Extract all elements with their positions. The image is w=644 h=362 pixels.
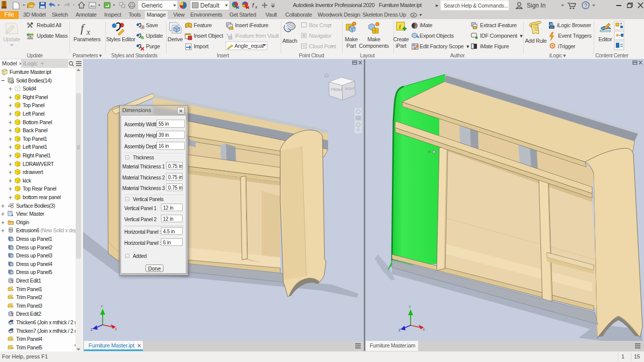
- svg-text:RIGHT: RIGHT: [345, 86, 356, 90]
- svg-text:Y: Y: [101, 305, 103, 308]
- svg-text:Default: Default: [200, 2, 220, 9]
- svg-text:Sign In: Sign In: [527, 2, 545, 9]
- svg-text:Z: Z: [91, 328, 93, 331]
- svg-text:f: f: [80, 22, 86, 35]
- svg-text:X: X: [423, 328, 425, 331]
- svg-text:x: x: [255, 5, 258, 10]
- svg-text:i: i: [399, 23, 401, 30]
- svg-text:Generic: Generic: [141, 2, 163, 9]
- svg-text:Y: Y: [409, 305, 411, 309]
- svg-text:f: f: [252, 2, 255, 9]
- svg-text:?: ?: [584, 3, 587, 9]
- svg-text:X: X: [115, 327, 117, 331]
- svg-text:Z: Z: [398, 328, 401, 332]
- svg-text:x: x: [86, 28, 90, 36]
- svg-text:FRONT: FRONT: [331, 87, 343, 92]
